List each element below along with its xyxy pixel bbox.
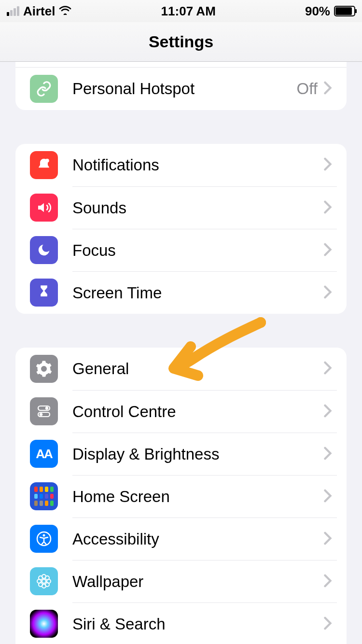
chevron-right-icon — [323, 361, 332, 377]
settings-group-device: General Control Centre AA Display & Brig… — [15, 348, 347, 644]
chevron-right-icon — [323, 157, 332, 173]
row-label: Sounds — [72, 199, 126, 217]
status-left: Airtel — [7, 4, 71, 19]
row-label: Notifications — [72, 156, 159, 174]
battery-percent: 90% — [305, 4, 330, 19]
row-focus[interactable]: Focus — [15, 229, 347, 271]
carrier-label: Airtel — [23, 4, 55, 19]
moon-icon — [30, 236, 58, 264]
toggles-icon — [30, 397, 58, 425]
row-label: Screen Time — [72, 284, 162, 302]
svg-point-2 — [45, 406, 48, 409]
svg-point-15 — [45, 583, 49, 587]
wifi-icon — [59, 4, 71, 18]
row-accessibility[interactable]: Accessibility — [15, 518, 347, 560]
page-title: Settings — [149, 32, 213, 51]
chevron-right-icon — [323, 447, 332, 462]
row-label: Home Screen — [72, 488, 170, 506]
chevron-right-icon — [323, 200, 332, 216]
svg-point-6 — [43, 534, 45, 537]
hourglass-icon — [30, 279, 58, 307]
chevron-right-icon — [323, 574, 332, 589]
row-notifications[interactable]: Notifications — [15, 144, 347, 186]
nav-header: Settings — [0, 22, 362, 62]
row-display-brightness[interactable]: AA Display & Brightness — [15, 433, 347, 475]
svg-point-13 — [45, 576, 49, 580]
battery-icon — [334, 6, 355, 16]
svg-point-7 — [42, 579, 46, 583]
row-label: Focus — [72, 241, 116, 260]
row-value: Off — [297, 80, 318, 98]
signal-strength-icon — [7, 6, 19, 16]
status-bar: Airtel 11:07 AM 90% — [0, 0, 362, 22]
settings-group-connectivity: Personal Hotspot Off — [15, 62, 347, 110]
svg-point-4 — [40, 413, 42, 416]
row-label: Accessibility — [72, 530, 159, 548]
svg-point-0 — [45, 159, 49, 163]
status-right: 90% — [305, 4, 355, 19]
settings-scroll[interactable]: Personal Hotspot Off Notifications — [0, 62, 362, 644]
row-screen-time[interactable]: Screen Time — [15, 271, 347, 314]
apps-icon — [30, 482, 58, 510]
siri-icon — [30, 610, 58, 638]
chevron-right-icon — [323, 404, 332, 420]
bell-icon — [30, 151, 58, 179]
row-siri-search[interactable]: Siri & Search — [15, 602, 347, 644]
row-personal-hotspot[interactable]: Personal Hotspot Off — [15, 68, 347, 110]
svg-point-14 — [39, 583, 42, 587]
row-label: Personal Hotspot — [72, 80, 195, 98]
chevron-right-icon — [323, 285, 332, 301]
row-label: General — [72, 360, 129, 378]
speaker-icon — [30, 194, 58, 222]
settings-group-alerts: Notifications Sounds Focus — [15, 144, 347, 314]
flower-icon — [30, 567, 58, 595]
row-label: Siri & Search — [72, 615, 166, 633]
row-home-screen[interactable]: Home Screen — [15, 475, 347, 518]
row-label: Control Centre — [72, 403, 176, 421]
row-label: Wallpaper — [72, 573, 143, 591]
chevron-right-icon — [323, 243, 332, 258]
accessibility-icon — [30, 525, 58, 553]
row-label: Display & Brightness — [72, 445, 219, 463]
aa-icon: AA — [30, 440, 58, 468]
chevron-right-icon — [323, 489, 332, 504]
group-partial-top — [15, 62, 347, 68]
link-icon — [30, 75, 58, 103]
svg-point-12 — [39, 576, 42, 580]
status-time: 11:07 AM — [161, 4, 216, 19]
row-sounds[interactable]: Sounds — [15, 186, 347, 229]
chevron-right-icon — [323, 81, 332, 97]
gear-icon — [30, 355, 58, 383]
chevron-right-icon — [323, 532, 332, 547]
row-wallpaper[interactable]: Wallpaper — [15, 560, 347, 602]
chevron-right-icon — [323, 616, 332, 632]
row-general[interactable]: General — [15, 348, 347, 390]
row-control-centre[interactable]: Control Centre — [15, 390, 347, 433]
